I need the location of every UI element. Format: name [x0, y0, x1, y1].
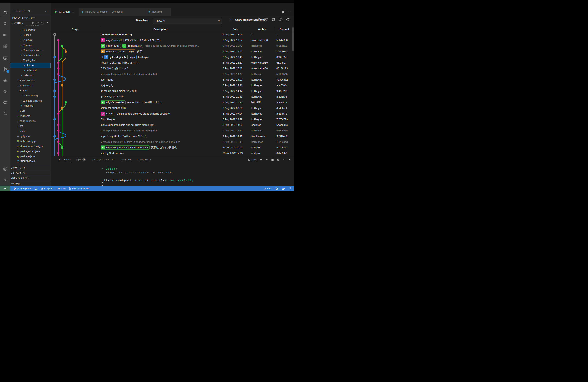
tab-close-button[interactable] — [72, 11, 74, 13]
commit-row-10[interactable]: 文を直した6 Aug 2022 14:21kokhayasa4c538fb — [51, 83, 294, 88]
activity-item-settings[interactable] — [0, 176, 10, 184]
status-pull-request[interactable]: Pull Request #34 — [69, 187, 89, 190]
tree-item-docusaurus-config-js[interactable]: JSdocusaurus.config.js — [10, 144, 51, 149]
commit-row-13[interactable]: origin/add-renderrenderのページを編集しました6 Aug … — [51, 100, 294, 105]
commit-row-9[interactable]: user_name6 Aug 2022 14:27kokhayas7e306ab… — [51, 77, 294, 83]
commit-row-1[interactable]: Uncommitted Changes (1)6 Aug 2022 18:06*… — [51, 32, 294, 37]
tree-item-02-static-dynamic[interactable]: ›02-static-dynamic — [10, 98, 51, 103]
status-bell-dot[interactable] — [288, 187, 291, 190]
more-button[interactable] — [288, 10, 292, 14]
activity-item-search[interactable] — [0, 20, 10, 28]
branch-tag-origin-head[interactable]: origin/HEAD — [101, 44, 121, 48]
branch-tag-origin-add-render[interactable]: origin/add-render — [101, 100, 126, 105]
tree-item-4-advanced[interactable]: ›4-advanced — [10, 83, 51, 88]
section-open-editors[interactable]: › 開いているエディター — [10, 15, 51, 20]
tree-item-index-md[interactable]: ▼index.md — [10, 103, 51, 108]
section-outline[interactable]: ›アウトライン — [10, 166, 51, 170]
panel-tab-1[interactable]: ターミナル — [58, 156, 71, 163]
commit-row-11[interactable]: git merge origin mainなどを加筆6 Aug 2022 14:… — [51, 88, 294, 94]
cloud-download-button[interactable] — [279, 18, 283, 21]
tree-item-pictures[interactable]: ›pictures — [10, 63, 51, 68]
commit-row-19[interactable]: https://.co.jpをhttps://github.comに変えた2 A… — [51, 133, 294, 139]
tree-item-03-loop[interactable]: ›03-loop — [10, 32, 51, 38]
commit-row-8[interactable]: Merge pull request #35 from ut-code/git-… — [51, 71, 294, 77]
activity-item-accounts[interactable] — [0, 165, 10, 173]
tree-item-02-constant[interactable]: ›02-constant — [10, 27, 51, 32]
terminal-shell-selector[interactable]: node — [248, 158, 257, 161]
status-spell[interactable]: Spell — [264, 188, 272, 190]
tree-item-package-json[interactable]: {}package.json — [10, 154, 51, 159]
tree-item-index-md[interactable]: ▼index.md — [10, 113, 51, 118]
new-file-button[interactable] — [32, 21, 35, 24]
search-button[interactable] — [257, 18, 261, 21]
panel-tab-5[interactable]: COMMENTS — [137, 156, 151, 163]
commit-row-20[interactable]: Merge pull request #33 from ut-code/reor… — [51, 139, 294, 145]
split-editor-button[interactable] — [271, 158, 274, 161]
tree-item-static[interactable]: ›static — [10, 128, 51, 134]
status-problems[interactable]: 008 — [35, 188, 53, 190]
tree-item-3-web-servers[interactable]: ›3-web-servers — [10, 78, 51, 83]
commit-row-3[interactable]: origin/HEADorigin/masterMerge pull reque… — [51, 43, 294, 49]
gear-button[interactable] — [272, 18, 275, 21]
panel-tab-3[interactable]: デバッグ コンソール — [92, 156, 114, 163]
terminal-button[interactable] — [264, 18, 268, 21]
panel-tab-4[interactable]: JUPYTER — [120, 156, 131, 163]
split-editor-button[interactable] — [282, 10, 285, 14]
show-remote-branches-checkbox[interactable]: ✓ — [229, 18, 233, 21]
panel-tab-2[interactable]: 問題8 — [76, 156, 86, 163]
chevron-down-button[interactable] — [265, 158, 268, 161]
tree-item-index-md[interactable]: ▼index.md — [10, 73, 51, 78]
tree-item-05-array[interactable]: ›05-array — [10, 42, 51, 48]
editor-tab-3[interactable]: index.md — [145, 8, 171, 16]
branch-tag-computer-science[interactable]: computer-scienceorigin — [101, 49, 135, 53]
refresh-button[interactable] — [41, 21, 44, 24]
editor-tab-1[interactable]: Git Graph — [53, 8, 79, 16]
tree-item-06-anonymous-f-[interactable]: ›06-anonymous-f... — [10, 48, 51, 53]
section-project[interactable]: ⌄ UTCOD... — [10, 20, 51, 25]
activity-item-containers[interactable] — [0, 87, 10, 95]
activity-item-explorer[interactable] — [0, 9, 10, 17]
collapse-all-button[interactable] — [46, 21, 49, 24]
tree-item-src[interactable]: ›src — [10, 124, 51, 128]
status-branch[interactable]: git-and-github* — [13, 187, 32, 190]
branches-dropdown[interactable]: Show All ▼ — [153, 18, 222, 24]
status-octocat[interactable] — [275, 187, 278, 190]
sidebar-more-button[interactable]: ··· — [45, 10, 49, 13]
tree-item-babel-config-js[interactable]: Bbabel.config.js — [10, 139, 51, 144]
commit-row-5[interactable]: git-and-githuboriginkokhayas6 Aug 2022 1… — [51, 54, 294, 60]
branch-tag-origin-reorganize-for-summer-curriculum[interactable]: origin/reorganize-for-summer-curriculum — [101, 146, 149, 149]
commit-row-7[interactable]: CSSの節の画像チェック6 Aug 2022 15:48waterwalker5… — [51, 65, 294, 71]
close-button[interactable] — [288, 158, 291, 161]
commit-row-2[interactable]: origin/css-test1CSS(フレックスボックスまで)6 Aug 20… — [51, 37, 294, 43]
status-feedback[interactable] — [282, 187, 285, 190]
tree-item-8-other[interactable]: ⌄8-other — [10, 88, 51, 93]
section-timeline[interactable]: ›タイムライン — [10, 170, 51, 176]
section-mysql[interactable]: ›MYSQL — [10, 181, 51, 186]
tree-item-node-modules[interactable]: ›node_modules — [10, 118, 51, 124]
activity-item-source-control[interactable]: 1 — [0, 65, 10, 73]
commit-row-14[interactable]: computer science 俯瞰6 Aug 2022 08:30kokha… — [51, 105, 294, 111]
tree-item--gitignore[interactable]: ◆.gitignore — [10, 134, 51, 139]
commit-row-6[interactable]: Revert "CSSの節の画像チェック"6 Aug 2022 16:10wat… — [51, 60, 294, 65]
tree-item-01-not-coding[interactable]: ›01-not-coding — [10, 93, 51, 98]
remote-indicator[interactable]: >< — [0, 186, 10, 191]
plus-button[interactable] — [260, 158, 263, 161]
branch-tag-master[interactable]: master — [101, 112, 115, 116]
tree-item-9-old[interactable]: ›9-old — [10, 108, 51, 113]
tree-item-readme-md[interactable]: ⓘREADME.md — [10, 159, 51, 164]
commit-row-22[interactable]: specify Node version23 Jul 2022 17:09che… — [51, 150, 294, 156]
tree-item-04-class[interactable]: ›04-class — [10, 38, 51, 42]
editor-tab-2[interactable]: index.md (003fe35d^ ↔ 003fe35d) — [79, 8, 145, 16]
trash-button[interactable] — [277, 158, 280, 161]
commit-row-18[interactable]: Merge pull request #34 from ut-code/git-… — [51, 128, 294, 133]
new-folder-button[interactable] — [36, 21, 39, 24]
branch-tag-git-and-github[interactable]: git-and-githuborigin — [104, 55, 137, 59]
commit-row-15[interactable]: masterDelete docs/8-other/02-static-dyna… — [51, 111, 294, 117]
branch-tag-origin-master[interactable]: origin/master — [122, 44, 143, 48]
activity-item-remote-explorer[interactable] — [0, 54, 10, 62]
commit-row-4[interactable]: computer-scienceorigin誤字6 Aug 2022 16:42… — [51, 49, 294, 54]
status-git-graph[interactable]: Git Graph — [56, 188, 65, 190]
activity-item-github[interactable] — [0, 98, 10, 106]
activity-item-extensions[interactable] — [0, 42, 10, 50]
tree-item-package-lock-json[interactable]: {}package-lock.json — [10, 149, 51, 154]
